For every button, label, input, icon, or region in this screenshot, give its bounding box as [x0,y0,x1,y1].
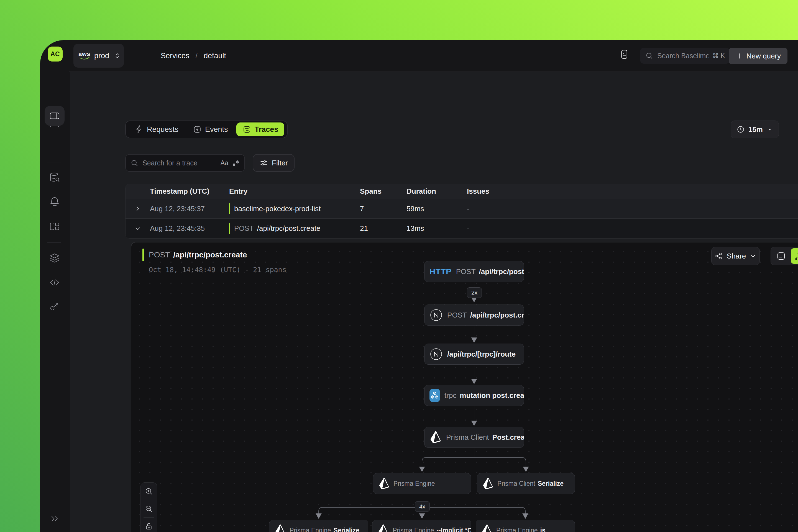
sidebar-item-alerts[interactable] [49,196,60,208]
breadcrumb-services[interactable]: Services [161,52,190,60]
span-node-prisma-engine-serialize[interactable]: Prisma Engine Serialize [269,520,368,532]
span-label: Post.create [492,433,524,442]
zoom-out-button[interactable] [141,500,157,517]
span-node-next-route[interactable]: /api/trpc/[trpc]/route [424,344,524,365]
case-sensitive-toggle[interactable]: Aa [221,159,228,167]
prisma-icon [377,524,389,532]
global-search-input[interactable] [657,52,709,60]
sidebar-item-dashboards[interactable] [49,221,60,232]
sidebar-item-traces-active[interactable] [44,106,64,126]
sidebar-item-layers[interactable] [49,252,60,264]
sidebar: AC [40,40,69,532]
aws-logo: aws [78,51,90,60]
table-row-expanded[interactable]: Aug 12, 23:45:35 POST /api/trpc/post.cre… [126,218,798,238]
prisma-icon [482,477,494,490]
col-spans: Spans [360,187,406,196]
traces-table: Timestamp (UTC) Entry Spans Duration Iss… [125,184,798,239]
search-icon [645,52,653,60]
filter-button[interactable]: Filter [253,154,294,172]
chevron-down-icon[interactable] [134,225,141,232]
span-prefix: Prisma Engine [289,527,331,532]
span-label: /api/trpc/post.create [479,267,524,276]
caret-down-icon [766,126,773,133]
span-node-trpc[interactable]: trpc mutation post.create [424,385,524,406]
zoom-in-button[interactable] [141,483,157,500]
topbar: aws prod Services / default ⌘ K [69,40,798,72]
tab-requests[interactable]: Requests [129,122,185,136]
sidebar-item-code[interactable] [49,277,60,288]
search-icon [130,159,138,167]
span-node-prisma-engine[interactable]: Prisma Engine [373,473,471,494]
span-prefix: POST [447,311,467,320]
sidebar-collapse-button[interactable] [49,513,60,524]
tab-traces[interactable]: Traces [236,122,285,136]
http-badge: HTTP [430,267,452,276]
span-node-prisma-client-create[interactable]: Prisma Client Post.create [424,427,524,448]
time-range-value: 15m [748,125,763,134]
time-range-selector[interactable]: 15m [731,120,779,138]
document-icon [619,49,630,60]
search-shortcut: ⌘ K [712,52,725,60]
col-entry: Entry [229,187,360,196]
breadcrumb-default[interactable]: default [204,52,226,60]
tab-requests-label: Requests [147,125,178,134]
app-background: AC [0,0,798,532]
span-prefix: Prisma Engine [393,527,434,532]
span-prefix: Prisma Client [446,433,489,442]
row-method: POST [234,224,254,233]
multiplier-badge: 2x [467,287,482,298]
row-timestamp: Aug 12, 23:45:35 [150,224,229,233]
col-timestamp: Timestamp (UTC) [150,187,229,196]
unlock-icon [144,522,153,531]
entry-status-bar [229,223,230,234]
tab-traces-label: Traces [255,125,279,134]
span-node-next-post[interactable]: POST /api/trpc/post.create [424,305,524,326]
row-entry: /api/trpc/post.create [257,224,320,233]
prisma-icon [481,524,493,532]
trace-list-icon [243,125,251,134]
workspace-name: prod [94,52,109,60]
span-prefix: POST [456,267,476,276]
span-node-prisma-engine-implicit[interactable]: Prisma Engine --Implicit *C... [372,520,471,532]
tab-events[interactable]: Events [187,122,234,136]
row-duration: 13ms [406,224,467,233]
breadcrumb-separator: / [196,52,198,60]
dashboard-icon [49,221,60,232]
span-prefix: Prisma Engine [394,480,435,488]
col-issues: Issues [467,187,798,196]
span-label: --Implicit *C... [437,527,471,532]
bell-icon [49,196,60,208]
table-row[interactable]: Aug 12, 23:45:37 baselime-pokedex-prod-l… [126,199,798,218]
span-node-prisma-engine-js[interactable]: Prisma Engine js [476,520,575,532]
regex-toggle[interactable] [232,159,240,167]
trace-search-input[interactable] [142,159,217,167]
global-search[interactable]: ⌘ K [640,48,730,64]
span-node-prisma-client-serialize[interactable]: Prisma Client Serialize [477,473,575,494]
breadcrumb: Services / default [161,40,226,72]
view-tabs: Requests Events Traces [125,120,288,138]
zap-square-icon [193,125,202,134]
span-label: mutation post.create [460,391,524,400]
chevron-up-down-icon [113,52,121,60]
layers-icon [49,252,60,264]
sidebar-item-queries[interactable] [49,172,60,184]
chevron-right-icon[interactable] [134,205,141,212]
entry-status-bar [229,203,230,214]
workspace-selector[interactable]: aws prod [73,44,124,68]
filter-label: Filter [272,159,288,167]
row-issues: - [467,224,798,233]
span-prefix: Prisma Client [497,480,535,488]
zoom-in-icon [144,487,153,496]
new-query-button[interactable]: New query [729,48,787,64]
span-node-http[interactable]: HTTP POST /api/trpc/post.create [424,261,524,282]
trace-search[interactable]: Aa [125,154,245,172]
span-label: /api/trpc/post.create [470,311,524,320]
sidebar-item-api-keys[interactable] [49,301,60,312]
database-search-icon [49,172,60,184]
trace-card-icon [49,110,61,122]
lock-toggle-button[interactable] [141,518,157,532]
docs-button[interactable] [619,49,630,60]
avatar[interactable]: AC [48,46,63,61]
span-label: js [540,527,546,532]
regex-icon [232,159,240,167]
